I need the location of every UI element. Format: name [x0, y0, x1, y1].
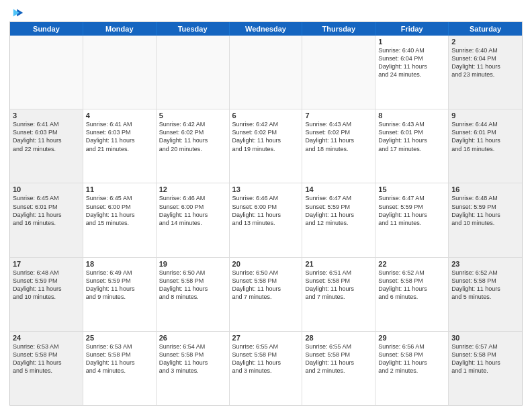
cell-info-line: Sunset: 5:59 PM	[451, 203, 519, 211]
cell-info-line: Sunset: 5:58 PM	[378, 351, 445, 359]
calendar-cell-22: 22Sunrise: 6:52 AMSunset: 5:58 PMDayligh…	[375, 258, 449, 331]
cell-info-line: and 3 minutes.	[232, 367, 300, 375]
calendar-cell-empty-3	[230, 36, 303, 109]
calendar-cell-3: 3Sunrise: 6:41 AMSunset: 6:03 PMDaylight…	[10, 109, 83, 183]
cell-info-line: and 12 minutes.	[305, 219, 372, 227]
cell-info-line: Daylight: 11 hours	[305, 359, 372, 367]
cell-info-line: and 8 minutes.	[159, 293, 226, 301]
day-number: 13	[232, 185, 300, 193]
cell-info-line: Daylight: 11 hours	[451, 285, 519, 293]
cell-info-line: and 1 minute.	[451, 367, 519, 375]
header-day-tuesday: Tuesday	[157, 22, 230, 36]
cell-info-line: Sunrise: 6:57 AM	[451, 342, 519, 351]
calendar-cell-30: 30Sunrise: 6:57 AMSunset: 5:58 PMDayligh…	[449, 332, 522, 405]
cell-info-line: Sunset: 5:58 PM	[232, 351, 300, 359]
calendar-cell-2: 2Sunrise: 6:40 AMSunset: 6:04 PMDaylight…	[449, 36, 522, 109]
day-number: 30	[451, 334, 519, 342]
calendar-cell-16: 16Sunrise: 6:48 AMSunset: 5:59 PMDayligh…	[449, 183, 522, 257]
calendar-cell-empty-0	[10, 36, 83, 109]
cell-info-line: Daylight: 11 hours	[13, 285, 80, 293]
calendar-cell-6: 6Sunrise: 6:42 AMSunset: 6:02 PMDaylight…	[230, 109, 303, 183]
cell-info-line: Sunrise: 6:46 AM	[232, 194, 300, 202]
calendar-cell-13: 13Sunrise: 6:46 AMSunset: 6:00 PMDayligh…	[230, 183, 303, 257]
day-number: 12	[159, 185, 226, 193]
cell-info-line: Sunrise: 6:55 AM	[305, 342, 372, 351]
cell-info-line: Sunrise: 6:56 AM	[378, 342, 445, 351]
cell-info-line: Sunset: 5:58 PM	[305, 351, 372, 359]
day-number: 3	[13, 111, 80, 120]
calendar-cell-7: 7Sunrise: 6:43 AMSunset: 6:02 PMDaylight…	[302, 109, 375, 183]
cell-info-line: Daylight: 11 hours	[86, 136, 153, 144]
header-day-wednesday: Wednesday	[230, 22, 303, 36]
cell-info-line: Daylight: 11 hours	[305, 285, 372, 293]
calendar-cell-1: 1Sunrise: 6:40 AMSunset: 6:04 PMDaylight…	[375, 36, 449, 109]
cell-info-line: and 5 minutes.	[13, 367, 80, 375]
cell-info-line: Sunrise: 6:49 AM	[86, 269, 153, 277]
cell-info-line: Sunset: 6:03 PM	[13, 128, 80, 136]
calendar-cell-4: 4Sunrise: 6:41 AMSunset: 6:03 PMDaylight…	[83, 109, 157, 183]
cell-info-line: Daylight: 11 hours	[232, 211, 300, 219]
cell-info-line: and 15 minutes.	[86, 219, 153, 227]
day-number: 19	[159, 260, 226, 268]
cell-info-line: Sunset: 6:02 PM	[232, 128, 300, 136]
cell-info-line: and 10 minutes.	[451, 219, 519, 227]
cell-info-line: and 24 minutes.	[378, 71, 445, 79]
cell-info-line: Daylight: 11 hours	[378, 285, 445, 293]
cell-info-line: Daylight: 11 hours	[159, 136, 226, 144]
day-number: 21	[305, 260, 372, 268]
cell-info-line: and 23 minutes.	[451, 71, 519, 79]
day-number: 23	[451, 260, 519, 268]
cell-info-line: Sunrise: 6:45 AM	[86, 194, 153, 202]
cell-info-line: and 5 minutes.	[451, 293, 519, 301]
calendar-cell-8: 8Sunrise: 6:43 AMSunset: 6:01 PMDaylight…	[375, 109, 449, 183]
cell-info-line: Daylight: 11 hours	[13, 359, 80, 367]
cell-info-line: and 2 minutes.	[378, 367, 445, 375]
calendar-cell-empty-1	[83, 36, 157, 109]
cell-info-line: and 22 minutes.	[13, 145, 80, 153]
day-number: 11	[86, 185, 153, 193]
cell-info-line: Daylight: 11 hours	[86, 359, 153, 367]
cell-info-line: Daylight: 11 hours	[378, 62, 445, 71]
cell-info-line: Sunrise: 6:55 AM	[232, 342, 300, 351]
calendar-row-2: 10Sunrise: 6:45 AMSunset: 6:01 PMDayligh…	[10, 183, 522, 257]
cell-info-line: Sunset: 5:58 PM	[232, 277, 300, 285]
calendar-row-1: 3Sunrise: 6:41 AMSunset: 6:03 PMDaylight…	[10, 109, 522, 183]
calendar-cell-27: 27Sunrise: 6:55 AMSunset: 5:58 PMDayligh…	[230, 332, 303, 405]
cell-info-line: Daylight: 11 hours	[86, 211, 153, 219]
cell-info-line: and 4 minutes.	[86, 367, 153, 375]
cell-info-line: Sunrise: 6:42 AM	[232, 120, 300, 128]
cell-info-line: Sunrise: 6:45 AM	[13, 194, 80, 202]
cell-info-line: Sunrise: 6:46 AM	[159, 194, 226, 202]
calendar-row-3: 17Sunrise: 6:48 AMSunset: 5:59 PMDayligh…	[10, 258, 522, 332]
cell-info-line: Daylight: 11 hours	[13, 136, 80, 144]
cell-info-line: Sunrise: 6:42 AM	[159, 120, 226, 128]
cell-info-line: and 2 minutes.	[305, 367, 372, 375]
cell-info-line: Sunset: 5:58 PM	[13, 351, 80, 359]
day-number: 14	[305, 185, 372, 193]
cell-info-line: Sunset: 5:58 PM	[159, 277, 226, 285]
cell-info-line: Daylight: 11 hours	[451, 136, 519, 144]
calendar-cell-28: 28Sunrise: 6:55 AMSunset: 5:58 PMDayligh…	[302, 332, 375, 405]
cell-info-line: and 16 minutes.	[451, 145, 519, 153]
calendar-cell-12: 12Sunrise: 6:46 AMSunset: 6:00 PMDayligh…	[157, 183, 230, 257]
cell-info-line: Sunrise: 6:41 AM	[86, 120, 153, 128]
calendar-cell-18: 18Sunrise: 6:49 AMSunset: 5:59 PMDayligh…	[83, 258, 157, 331]
header-day-friday: Friday	[375, 22, 449, 36]
calendar-cell-empty-4	[302, 36, 375, 109]
cell-info-line: Daylight: 11 hours	[378, 211, 445, 219]
cell-info-line: and 6 minutes.	[378, 293, 445, 301]
cell-info-line: Sunrise: 6:54 AM	[159, 342, 226, 351]
cell-info-line: and 13 minutes.	[232, 219, 300, 227]
cell-info-line: Sunset: 5:59 PM	[305, 203, 372, 211]
day-number: 1	[378, 38, 445, 46]
cell-info-line: Sunrise: 6:52 AM	[378, 269, 445, 277]
day-number: 5	[159, 111, 226, 120]
cell-info-line: and 18 minutes.	[305, 145, 372, 153]
day-number: 28	[305, 334, 372, 342]
header-day-sunday: Sunday	[10, 22, 83, 36]
cell-info-line: Sunset: 6:04 PM	[451, 54, 519, 62]
cell-info-line: Sunrise: 6:43 AM	[305, 120, 372, 128]
calendar-body: 1Sunrise: 6:40 AMSunset: 6:04 PMDaylight…	[10, 36, 522, 405]
day-number: 27	[232, 334, 300, 342]
calendar-cell-20: 20Sunrise: 6:50 AMSunset: 5:58 PMDayligh…	[230, 258, 303, 331]
